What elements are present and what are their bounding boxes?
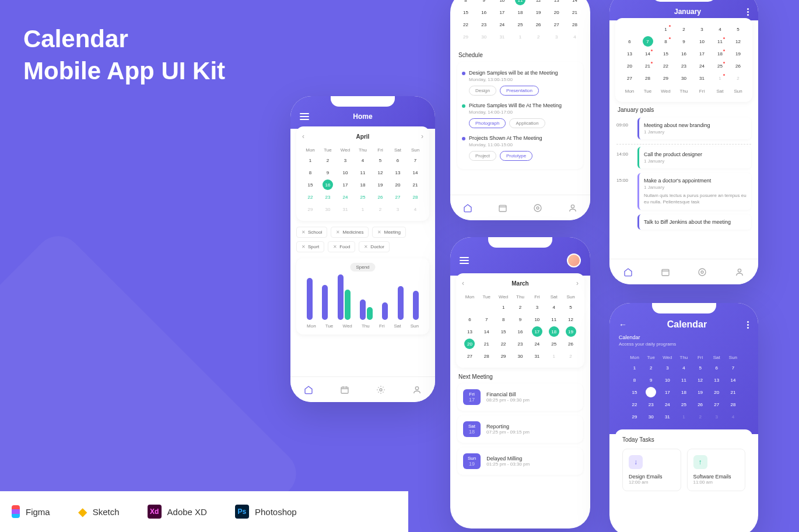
calendar-day[interactable]: 24 (337, 192, 353, 203)
close-icon[interactable]: ✕ (364, 244, 368, 249)
prev-month-icon[interactable]: ‹ (302, 132, 304, 140)
calendar-day[interactable]: 8 (627, 375, 642, 386)
calendar-day[interactable]: 8 (657, 36, 674, 47)
calendar-day[interactable]: 27 (462, 351, 478, 362)
calendar-day[interactable]: 15 (657, 48, 674, 59)
calendar-day[interactable]: 6 (709, 362, 724, 374)
prev-month-icon[interactable]: ‹ (462, 279, 464, 287)
calendar-day[interactable]: 17 (532, 326, 542, 337)
calendar-day[interactable]: 29 (657, 73, 674, 84)
calendar-day[interactable]: 2 (563, 351, 579, 362)
calendar-day[interactable]: 31 (693, 73, 710, 84)
calendar-day[interactable]: 3 (390, 204, 406, 215)
calendar-day[interactable]: 4 (712, 24, 728, 35)
calendar-day[interactable]: 18 (549, 326, 559, 337)
calendar-day[interactable]: 13 (462, 326, 478, 337)
avatar[interactable] (567, 253, 581, 267)
task-card[interactable]: ↑Software Emails11:00 am (687, 449, 746, 491)
calendar-day[interactable]: 2 (530, 31, 547, 43)
calendar-day[interactable]: 4 (566, 31, 583, 43)
calendar-day[interactable]: 8 (302, 167, 318, 178)
calendar-day[interactable]: 29 (627, 411, 642, 422)
calendar-day[interactable]: 30 (513, 351, 528, 362)
calendar-day[interactable]: 26 (372, 192, 388, 203)
menu-icon[interactable] (460, 257, 469, 264)
calendar-day[interactable]: 16 (475, 7, 492, 18)
chip[interactable]: Project (469, 151, 496, 161)
user-icon[interactable] (568, 203, 577, 213)
chip[interactable]: Photograph (469, 118, 506, 128)
calendar-day[interactable]: 1 (712, 73, 728, 84)
calendar-day[interactable]: 22 (627, 399, 642, 410)
calendar-day[interactable]: 17 (493, 7, 510, 18)
calendar-day[interactable]: 26 (563, 339, 579, 350)
calendar-day[interactable]: 20 (390, 179, 406, 191)
calendar-day[interactable]: 19 (530, 7, 547, 18)
calendar-day[interactable]: 2 (643, 362, 658, 374)
calendar-day[interactable]: 5 (730, 24, 747, 35)
goal-card[interactable]: Call the product designer1 January (637, 147, 751, 168)
calendar-day[interactable]: 7 (643, 36, 653, 47)
calendar-day[interactable]: 11 (515, 0, 525, 5)
calendar-day[interactable]: 21 (726, 387, 741, 398)
chip[interactable]: Presentation (500, 86, 539, 96)
calendar-day[interactable]: 5 (693, 362, 708, 374)
calendar-day[interactable]: 2 (513, 302, 528, 313)
calendar-day[interactable]: 15 (496, 326, 511, 337)
calendar-day[interactable]: 7 (479, 314, 495, 325)
calendar-day[interactable]: 21 (479, 339, 495, 350)
calendar-day[interactable]: 12 (730, 36, 747, 47)
calendar-day[interactable]: 19 (730, 48, 747, 59)
next-month-icon[interactable]: › (421, 132, 423, 140)
calendar-day[interactable] (462, 302, 478, 313)
calendar-icon[interactable] (661, 267, 670, 277)
calendar-day[interactable]: 4 (407, 204, 423, 215)
calendar-day[interactable]: 18 (676, 387, 691, 398)
calendar-day[interactable]: 5 (372, 155, 388, 166)
close-icon[interactable]: ✕ (302, 244, 306, 249)
settings-icon[interactable] (533, 203, 542, 213)
calendar-day[interactable]: 10 (337, 167, 353, 178)
calendar-day[interactable]: 3 (660, 362, 675, 374)
close-icon[interactable]: ✕ (333, 244, 337, 249)
calendar-day[interactable]: 17 (337, 179, 353, 191)
calendar-day[interactable]: 6 (621, 36, 638, 47)
calendar-day[interactable]: 22 (496, 339, 511, 350)
calendar-day[interactable]: 29 (496, 351, 511, 362)
calendar-day[interactable]: 30 (475, 31, 492, 43)
calendar-day[interactable]: 18 (712, 48, 728, 59)
calendar-day[interactable]: 1 (546, 351, 562, 362)
calendar-day[interactable]: 16 (646, 387, 656, 397)
chip[interactable]: Prototype (500, 151, 532, 161)
calendar-day[interactable]: 25 (546, 339, 562, 350)
calendar-day[interactable]: 17 (660, 387, 675, 398)
calendar-day[interactable]: 11 (676, 375, 691, 386)
calendar-day[interactable]: 1 (657, 24, 674, 35)
calendar-day[interactable]: 4 (726, 411, 741, 422)
calendar-day[interactable]: 27 (548, 19, 565, 30)
calendar-day[interactable]: 30 (643, 411, 658, 422)
calendar-day[interactable]: 14 (479, 326, 495, 337)
calendar-day[interactable]: 13 (621, 48, 638, 59)
more-icon[interactable] (747, 8, 749, 16)
calendar-day[interactable]: 23 (513, 339, 528, 350)
calendar-day[interactable]: 11 (712, 36, 728, 47)
calendar-day[interactable]: 15 (457, 7, 474, 18)
home-icon[interactable] (623, 267, 633, 277)
calendar-day[interactable]: 24 (493, 19, 510, 30)
calendar-day[interactable]: 20 (548, 7, 565, 18)
filter-tag[interactable]: ✕Sport (296, 241, 324, 252)
user-icon[interactable] (735, 267, 744, 277)
calendar-day[interactable]: 31 (493, 31, 510, 43)
goal-card[interactable]: Make a doctor's appointment1 JanuaryNull… (637, 173, 751, 210)
calendar-day[interactable]: 1 (302, 155, 318, 166)
goal-card[interactable]: Talk to Biff Jenkins about the meeting (637, 214, 751, 230)
home-icon[interactable] (463, 203, 472, 213)
calendar-day[interactable]: 20 (621, 61, 638, 72)
calendar-day[interactable]: 14 (639, 48, 656, 59)
calendar-day[interactable]: 5 (563, 302, 579, 313)
filter-tag[interactable]: ✕Food (328, 241, 355, 252)
calendar-day[interactable]: 11 (355, 167, 371, 178)
calendar-day[interactable]: 31 (337, 204, 353, 215)
calendar-day[interactable]: 20 (709, 387, 724, 398)
